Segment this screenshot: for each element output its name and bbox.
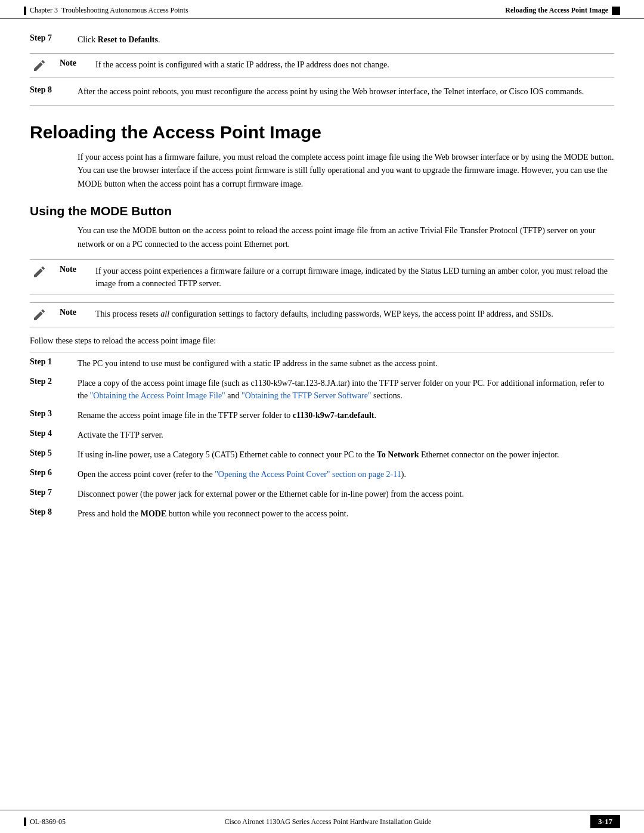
section-intro: If your access point has a firmware fail…: [78, 151, 614, 191]
subsection-heading: Using the MODE Button: [30, 204, 614, 218]
footer-guide-title: Cisco Aironet 1130AG Series Access Point…: [225, 817, 432, 826]
page-footer: OL-8369-05 Cisco Aironet 1130AG Series A…: [0, 810, 644, 833]
footer-doc-number: OL-8369-05: [30, 817, 66, 826]
step-row-3: Step 3 Rename the access point image fil…: [30, 409, 614, 422]
header-section-title: Reloading the Access Point Image: [505, 6, 608, 15]
note-content-mode2: This process resets all configuration se…: [95, 308, 614, 320]
step-content-5: If using in-line power, use a Category 5…: [78, 448, 614, 461]
link-image-file[interactable]: "Obtaining the Access Point Image File": [90, 391, 225, 400]
step-content-6: Open the access point cover (refer to th…: [78, 468, 614, 481]
page: Chapter 3 Troubleshooting Autonomous Acc…: [0, 0, 644, 833]
header-right: Reloading the Access Point Image: [505, 6, 620, 15]
footer-page-number: 3-17: [590, 815, 620, 828]
header-bar-right: [612, 7, 620, 15]
step-content-7: Disconnect power (the power jack for ext…: [78, 488, 614, 500]
pencil-icon-mode1: [32, 265, 47, 279]
step-label-7-top: Step 7: [30, 33, 78, 43]
follow-para: Follow these steps to reload the access …: [30, 335, 614, 347]
step-row-6: Step 6 Open the access point cover (refe…: [30, 468, 614, 481]
header-left: Chapter 3 Troubleshooting Autonomous Acc…: [24, 6, 188, 15]
main-content: Step 7 Click Reset to Defaults. Note If …: [0, 19, 644, 563]
step-row-1: Step 1 The PC you intend to use must be …: [30, 357, 614, 370]
link-tftp-software[interactable]: "Obtaining the TFTP Server Software": [242, 391, 371, 400]
steps-divider: [30, 352, 614, 352]
step-row-5: Step 5 If using in-line power, use a Cat…: [30, 448, 614, 461]
step-row-2: Step 2 Place a copy of the access point …: [30, 377, 614, 402]
step-label-4: Step 4: [30, 429, 78, 438]
step-content-4: Activate the TFTP server.: [78, 429, 614, 441]
footer-bar: [24, 817, 26, 826]
footer-center: Cisco Aironet 1130AG Series Access Point…: [66, 817, 590, 826]
step-content-1: The PC you intend to use must be configu…: [78, 357, 614, 370]
step-label-8: Step 8: [30, 507, 78, 517]
steps-list: Step 1 The PC you intend to use must be …: [30, 357, 614, 520]
note-mode2: Note This process resets all configurati…: [30, 302, 614, 327]
link-cover-section[interactable]: "Opening the Access Point Cover" section…: [215, 470, 401, 479]
section-divider: [30, 105, 614, 106]
step-row-7: Step 7 Disconnect power (the power jack …: [30, 488, 614, 500]
step-label-8-top: Step 8: [30, 85, 78, 95]
step-label-1: Step 1: [30, 357, 78, 367]
note-label-top: Note: [60, 58, 95, 68]
step-row-7-top: Step 7 Click Reset to Defaults.: [30, 33, 614, 46]
note-icon-mode2: [30, 308, 60, 322]
note-icon-mode1: [30, 265, 60, 279]
note-content-mode1: If your access point experiences a firmw…: [95, 265, 614, 290]
step-label-6: Step 6: [30, 468, 78, 478]
header-bar-left: [24, 7, 26, 15]
header-chapter: Chapter 3: [30, 6, 58, 15]
pencil-icon-top: [32, 58, 47, 73]
note-label-mode2: Note: [60, 308, 95, 317]
note-mode1: Note If your access point experiences a …: [30, 259, 614, 295]
step-content-2: Place a copy of the access point image f…: [78, 377, 614, 402]
step-content-8-top: After the access point reboots, you must…: [78, 85, 614, 98]
subsection-intro: You can use the MODE button on the acces…: [78, 224, 614, 251]
step-content-3: Rename the access point image file in th…: [78, 409, 614, 422]
page-header: Chapter 3 Troubleshooting Autonomous Acc…: [0, 0, 644, 19]
step-label-3: Step 3: [30, 409, 78, 419]
note-icon-top: [30, 58, 60, 73]
note-content-top: If the access point is configured with a…: [95, 58, 614, 71]
note-label-mode1: Note: [60, 265, 95, 274]
footer-left: OL-8369-05: [24, 817, 66, 826]
step-row-8: Step 8 Press and hold the MODE button wh…: [30, 507, 614, 520]
pencil-icon-mode2: [32, 308, 47, 322]
step-row-4: Step 4 Activate the TFTP server.: [30, 429, 614, 441]
section-heading: Reloading the Access Point Image: [30, 122, 614, 143]
note-top: Note If the access point is configured w…: [30, 53, 614, 78]
step-label-2: Step 2: [30, 377, 78, 386]
step-content-8: Press and hold the MODE button while you…: [78, 507, 614, 520]
step-label-7: Step 7: [30, 488, 78, 497]
step-row-8-top: Step 8 After the access point reboots, y…: [30, 85, 614, 98]
header-chapter-title: Troubleshooting Autonomous Access Points: [61, 6, 188, 15]
step-label-5: Step 5: [30, 448, 78, 458]
step-content-7-top: Click Reset to Defaults.: [78, 33, 614, 46]
